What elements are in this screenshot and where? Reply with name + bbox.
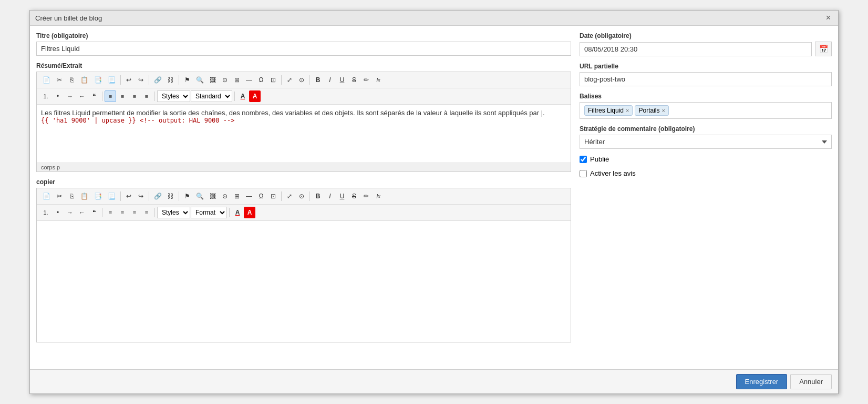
tb-copy[interactable]: ⎘	[66, 74, 77, 86]
tb-flash[interactable]: ⊙	[219, 74, 231, 86]
copy-field-group: copier 📄 ✂ ⎘ 📋 📑 📃 ↩ ↪	[36, 178, 571, 342]
tb-ol[interactable]: 1.	[40, 90, 51, 102]
tb-redo[interactable]: ↪	[135, 74, 147, 86]
tb-link[interactable]: 🔗	[151, 74, 164, 86]
tags-container[interactable]: Filtres Liquid × Portails ×	[580, 102, 832, 119]
url-input[interactable]	[580, 72, 832, 86]
tb-outdent[interactable]: ←	[76, 90, 88, 102]
copy-tb-font[interactable]: A	[232, 207, 243, 218]
copy-tb-ul[interactable]: •	[52, 207, 64, 218]
copy-tb-cut[interactable]: ✂	[54, 190, 65, 202]
tb-new[interactable]: 📄	[40, 74, 53, 86]
styles-select-resume[interactable]: Styles	[157, 90, 190, 102]
styles-select-copy[interactable]: Styles	[157, 207, 190, 218]
copy-tb-special[interactable]: Ω	[255, 190, 267, 202]
copy-tb-copy[interactable]: ⎘	[66, 190, 77, 202]
copy-tb-align-justify[interactable]: ≡	[141, 207, 152, 218]
copy-tb-align-right[interactable]: ≡	[129, 207, 140, 218]
tb-indent[interactable]: →	[64, 90, 76, 102]
copy-tb-sep4	[281, 191, 282, 201]
copy-tb-unlink[interactable]: ⛓	[165, 190, 177, 202]
published-checkbox[interactable]	[580, 156, 587, 163]
copy-tb-find[interactable]: 🔍	[193, 190, 206, 202]
tb-italic[interactable]: I	[324, 74, 336, 86]
copy-tb-align-left[interactable]: ≡	[105, 207, 116, 218]
copy-tb-redo[interactable]: ↪	[135, 190, 147, 202]
tb-maximize[interactable]: ⤢	[284, 74, 295, 86]
copy-tb-table[interactable]: ⊞	[231, 190, 243, 202]
copy-tb-align-center[interactable]: ≡	[117, 207, 128, 218]
close-button[interactable]: ×	[824, 14, 833, 22]
tb-align-left[interactable]: ≡	[105, 90, 116, 102]
copy-tb-iframe[interactable]: ⊡	[267, 190, 279, 202]
copy-tb-new[interactable]: 📄	[40, 190, 53, 202]
copy-tb-flash[interactable]: ⊙	[219, 190, 231, 202]
tb-flag[interactable]: ⚑	[181, 74, 193, 86]
tb-align-center[interactable]: ≡	[117, 90, 128, 102]
tb-strike[interactable]: S	[348, 74, 360, 86]
tb-paste-word[interactable]: 📃	[105, 74, 118, 86]
save-button[interactable]: Enregistrer	[736, 374, 788, 389]
copy-tb-bold[interactable]: B	[312, 190, 324, 202]
tb-special[interactable]: Ω	[255, 74, 267, 86]
copy-tb-link[interactable]: 🔗	[151, 190, 164, 202]
tb-paste[interactable]: 📋	[78, 74, 91, 86]
tb-brush[interactable]: ✏	[360, 74, 372, 86]
tb-source[interactable]: ⊙	[296, 74, 307, 86]
copy-editor-content[interactable]	[37, 221, 571, 342]
resume-status-text: corps p	[41, 164, 60, 170]
tb-align-justify[interactable]: ≡	[141, 90, 152, 102]
tb-sep6	[102, 92, 102, 101]
copy-tb-clear-format[interactable]: Ix	[373, 190, 384, 202]
copy-tb-sep8	[229, 208, 230, 217]
tb-table[interactable]: ⊞	[231, 74, 243, 86]
copy-tb-paste-text[interactable]: 📑	[91, 190, 105, 202]
tb-quote[interactable]: ❝	[88, 90, 100, 102]
tb-paste-text[interactable]: 📑	[91, 74, 105, 86]
tb-bold[interactable]: B	[312, 74, 324, 86]
dialog-titlebar: Créer un billet de blog ×	[30, 11, 838, 26]
copy-tb-strike[interactable]: S	[348, 190, 360, 202]
cancel-button[interactable]: Annuler	[790, 374, 832, 389]
copy-tb-quote[interactable]: ❝	[88, 207, 100, 218]
tb-underline[interactable]: U	[336, 74, 348, 86]
copy-tb-paste-word[interactable]: 📃	[105, 190, 118, 202]
tb-align-right[interactable]: ≡	[129, 90, 140, 102]
copy-tb-flag[interactable]: ⚑	[181, 190, 193, 202]
copy-tb-ol[interactable]: 1.	[40, 207, 51, 218]
copy-tb-image[interactable]: 🖼	[207, 190, 219, 202]
title-input[interactable]	[36, 42, 571, 56]
tb-clear-format[interactable]: Ix	[373, 74, 384, 86]
tb-bg-color-resume[interactable]: A	[249, 90, 261, 102]
copy-tb-maximize[interactable]: ⤢	[284, 190, 295, 202]
calendar-button[interactable]: 📅	[815, 42, 832, 56]
resume-editor-content[interactable]: Les filtres Liquid permettent de modifie…	[37, 105, 571, 163]
tb-find[interactable]: 🔍	[193, 74, 206, 86]
copy-tb-source[interactable]: ⊙	[296, 190, 307, 202]
copy-tb-bg-color[interactable]: A	[244, 207, 255, 218]
copy-tb-underline[interactable]: U	[336, 190, 348, 202]
tag-remove-portails[interactable]: ×	[662, 107, 665, 114]
comment-strategy-select[interactable]: Hériter Activé Désactivé	[580, 135, 832, 149]
copy-tb-outdent[interactable]: ←	[76, 207, 88, 218]
dialog-title: Créer un billet de blog	[35, 14, 102, 22]
copy-tb-brush[interactable]: ✏	[360, 190, 372, 202]
tag-remove-filtres[interactable]: ×	[626, 107, 629, 114]
tb-unlink[interactable]: ⛓	[165, 74, 177, 86]
format-select-resume[interactable]: Standard	[191, 90, 232, 102]
reviews-checkbox[interactable]	[580, 170, 587, 177]
tb-ul[interactable]: •	[52, 90, 64, 102]
format-select-copy[interactable]: Format	[191, 207, 227, 218]
tb-undo[interactable]: ↩	[123, 74, 135, 86]
tb-iframe[interactable]: ⊡	[267, 74, 279, 86]
copy-tb-undo[interactable]: ↩	[123, 190, 135, 202]
tb-font-resume[interactable]: A	[237, 90, 249, 102]
date-input[interactable]	[580, 42, 812, 56]
tb-image[interactable]: 🖼	[207, 74, 219, 86]
copy-tb-paste[interactable]: 📋	[78, 190, 91, 202]
tb-hr[interactable]: —	[243, 74, 255, 86]
copy-tb-indent[interactable]: →	[64, 207, 76, 218]
copy-tb-italic[interactable]: I	[324, 190, 336, 202]
tb-cut[interactable]: ✂	[54, 74, 65, 86]
copy-tb-hr[interactable]: —	[243, 190, 255, 202]
